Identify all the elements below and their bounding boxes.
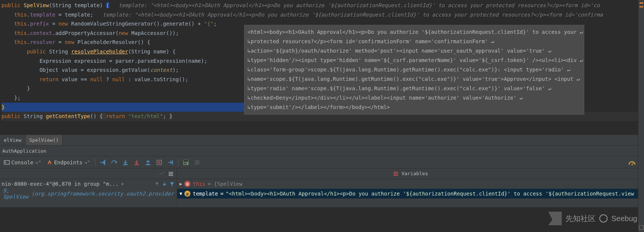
popup-line: ↳checked>Deny</input></div></li></ul><la… [247,93,581,103]
svg-rect-4 [146,164,150,165]
expand-icon[interactable]: ▼ [179,191,182,196]
evaluate-popup: <html><body><h1>OAuth Approval</h1><p>Do… [244,25,584,115]
popup-line: <html><body><h1>OAuth Approval</h1><p>Do… [247,27,581,37]
popup-line: ↳action='${path}/oauth/authorize' method… [247,46,581,56]
svg-rect-10 [186,162,187,163]
endpoints-icon [47,159,53,165]
step-into-button[interactable] [120,158,131,167]
step-out-button[interactable] [143,158,153,167]
svg-rect-15 [169,173,173,174]
debug-toolbar: Console →" Endpoints →" [0,156,644,168]
variables-panel: Variables ▶ ≡ this = {SpelView ▼ p templ… [177,168,644,207]
svg-rect-8 [184,160,188,162]
arrow-down-icon[interactable] [162,181,167,187]
svg-rect-11 [184,164,185,164]
watermark: 先知社区 Seebug [548,212,637,225]
code-line: this.template = template; template: "<ht… [2,10,644,20]
trace-button[interactable] [192,158,202,167]
popup-line: ↳type='submit'/></label></form></body></… [247,103,581,112]
watermark-logo-icon [548,212,562,225]
show-execution-point-button[interactable] [98,158,108,167]
filter-icon[interactable] [169,181,175,187]
svg-rect-6 [172,160,173,165]
popup-line: ↳type='radio' name='scope.${T(java.lang.… [247,84,581,93]
tab-console[interactable]: Console →" [2,156,44,168]
navigate-back-icon[interactable]: →" [159,171,165,176]
svg-rect-2 [123,164,128,165]
force-step-into-button[interactable] [131,158,142,167]
debug-panels: →" nio-8080-exec-4"@6,870 in group "m...… [0,168,644,207]
svg-rect-14 [169,172,173,173]
profiler-button[interactable] [627,158,637,167]
debug-config-bar: AuthApplication [0,145,644,156]
variable-row-selected[interactable]: ▼ p template = "<html><body><h1>OAuth Ap… [177,189,644,199]
frames-panel: →" nio-8080-exec-4"@6,870 in group "m...… [0,168,177,207]
code-line-current: } [2,103,245,112]
bug-icon [599,214,608,223]
popup-line: ↳name='scope.${T(java.lang.Runtime).getR… [247,74,581,84]
variables-list-icon [393,171,398,176]
svg-rect-19 [394,175,398,176]
stack-frame-row[interactable]: 9, SpelView (org.springframework.securit… [0,189,177,199]
svg-rect-12 [186,164,187,164]
frames-icon[interactable] [168,171,174,177]
breadcrumb-item[interactable]: elView [0,135,26,145]
drop-frame-button[interactable] [154,158,164,167]
breadcrumb: elView SpelView() [0,135,644,145]
gutter-marker[interactable] [639,6,643,8]
popup-line: ↳class='form-group'>scope.${T(java.lang.… [247,65,581,74]
code-line: public SpelView(String template) { templ… [2,1,644,10]
code-editor[interactable]: public SpelView(String template) { templ… [0,0,644,135]
editor-marker-gutter[interactable] [638,0,644,232]
run-to-cursor-button[interactable] [165,158,176,167]
run-config-name: AuthApplication [2,148,46,154]
this-badge-icon: ≡ [184,181,190,187]
evaluate-expression-button[interactable] [181,158,191,167]
variable-row[interactable]: ▶ ≡ this = {SpelView [177,179,644,189]
step-over-button[interactable] [109,158,119,167]
expand-icon[interactable]: ▶ [179,181,182,187]
svg-rect-18 [394,173,398,174]
svg-rect-9 [184,162,185,163]
arrow-up-icon[interactable] [154,181,160,187]
breadcrumb-item[interactable]: SpelView() [26,135,63,145]
svg-rect-1 [104,160,105,165]
param-badge-icon: p [184,191,190,197]
console-icon [4,159,10,165]
scroll-grip-icon[interactable] [639,225,644,230]
popup-line: ↳protected resources?</p><form id='confi… [247,37,581,46]
svg-rect-16 [169,175,173,176]
svg-rect-17 [394,172,398,173]
gutter-marker[interactable] [639,2,643,4]
tab-endpoints[interactable]: Endpoints →" [44,156,93,168]
popup-line: ↳type='hidden'/><input type='hidden' nam… [247,56,581,65]
svg-rect-0 [4,161,9,164]
svg-rect-3 [134,164,139,165]
variables-title: Variables [401,171,428,176]
